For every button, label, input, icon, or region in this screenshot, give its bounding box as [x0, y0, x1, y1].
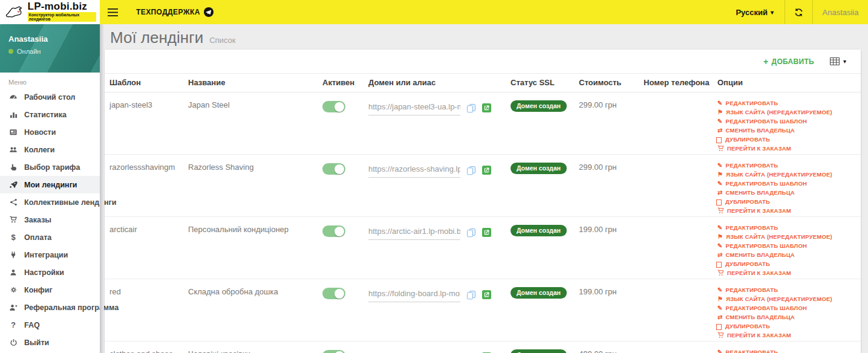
- sidebar-item-logout[interactable]: Выйти: [0, 334, 100, 351]
- open-site-icon[interactable]: [482, 103, 491, 112]
- sidebar-item-my-landings[interactable]: Мои лендинги: [0, 176, 100, 193]
- user-menu[interactable]: Anastasiia: [812, 0, 868, 24]
- option-change-owner-link[interactable]: ⇄СМЕНИТЬ ВЛАДЕЛЬЦА: [717, 314, 856, 320]
- ssl-status-badge: Домен создан: [511, 100, 567, 112]
- cell-domain: https://shoesformen.lp-mobi.biz: [368, 342, 511, 353]
- user-plus-icon: [8, 303, 18, 311]
- sidebar-item-orders[interactable]: Заказы: [0, 211, 100, 228]
- hamburger-menu-button[interactable]: [100, 0, 125, 24]
- sidebar-item-statistics[interactable]: Статистика: [0, 106, 100, 123]
- rocket-icon: [8, 181, 18, 189]
- language-dropdown[interactable]: Русский ▾: [725, 0, 785, 24]
- sidebar: Anastasiia Онлайн Меню Рабочий стол Стат…: [0, 24, 100, 353]
- cell-name: Razorless Shaving: [188, 155, 322, 216]
- online-status-dot: [8, 49, 13, 54]
- domain-input[interactable]: https://folding-board.lp-mobi.biz: [368, 289, 460, 302]
- open-site-icon[interactable]: [482, 228, 491, 237]
- copy-domain-icon[interactable]: [466, 290, 476, 300]
- sidebar-item-faq[interactable]: ? FAQ: [0, 316, 100, 334]
- page-title: Мої лендінги: [110, 29, 203, 46]
- open-site-icon[interactable]: [482, 290, 491, 299]
- sidebar-scrollbar[interactable]: [100, 24, 104, 353]
- option-duplicate-link[interactable]: ДУБЛИРОВАТЬ: [717, 323, 856, 329]
- page-subtitle: Список: [209, 36, 235, 45]
- ssl-status-badge: Домен создан: [511, 349, 567, 353]
- option-go-to-orders-link[interactable]: ПЕРЕЙТИ К ЗАКАЗАМ: [717, 332, 856, 338]
- support-button[interactable]: ТЕХПОДДЕРЖКА: [136, 0, 214, 24]
- cell-options: ✎РЕДАКТИРОВАТЬ ⚑ЯЗЫК САЙТА (НЕРЕДАКТИРУЕ…: [717, 155, 856, 216]
- colleagues-icon: [8, 146, 18, 154]
- sidebar-item-referral[interactable]: Реферальная программа: [0, 299, 100, 316]
- active-toggle[interactable]: [322, 225, 345, 237]
- option-site-language-link[interactable]: ⚑ЯЗЫК САЙТА (НЕРЕДАКТИРУЕМОЕ): [717, 171, 856, 178]
- sidebar-item-integrations[interactable]: Интеграции: [0, 246, 100, 264]
- option-edit-template-link[interactable]: ✎РЕДАКТИРОВАТЬ ШАБЛОН: [717, 242, 856, 249]
- col-options: Опции: [717, 74, 856, 92]
- option-edit-template-link[interactable]: ✎РЕДАКТИРОВАТЬ ШАБЛОН: [717, 305, 856, 311]
- table-view-dropdown[interactable]: ▾: [830, 57, 846, 65]
- menu-section-label: Меню: [0, 73, 100, 88]
- cell-domain: https://folding-board.lp-mobi.biz: [368, 279, 511, 341]
- refresh-button[interactable]: [785, 0, 812, 24]
- option-site-language-link[interactable]: ⚑ЯЗЫК САЙТА (НЕРЕДАКТИРУЕМОЕ): [717, 109, 856, 115]
- copy-domain-icon[interactable]: [466, 103, 476, 113]
- option-edit-template-link[interactable]: ✎РЕДАКТИРОВАТЬ ШАБЛОН: [717, 118, 856, 125]
- news-icon: [8, 128, 18, 136]
- option-edit-template-link[interactable]: ✎РЕДАКТИРОВАТЬ ШАБЛОН: [717, 180, 856, 187]
- support-label: ТЕХПОДДЕРЖКА: [136, 8, 200, 16]
- option-duplicate-link[interactable]: ДУБЛИРОВАТЬ: [717, 198, 856, 205]
- cell-template: clothes and shoes: [109, 342, 188, 353]
- cart-icon: [717, 270, 724, 276]
- sidebar-item-payment[interactable]: $ Оплата: [0, 228, 100, 246]
- copy-domain-icon[interactable]: [466, 228, 476, 238]
- duplicate-icon: [717, 137, 722, 142]
- active-toggle[interactable]: [322, 163, 345, 175]
- chevron-down-icon: ▾: [843, 58, 846, 65]
- exchange-icon: ⇄: [717, 252, 723, 258]
- cell-price: 499.00 грн: [579, 342, 644, 353]
- cell-name: Japan Steel: [188, 92, 322, 154]
- logo[interactable]: LP-mobi.biz Конструктор мобильных лендин…: [0, 0, 100, 24]
- option-change-owner-link[interactable]: ⇄СМЕНИТЬ ВЛАДЕЛЬЦА: [717, 251, 856, 258]
- sidebar-item-dashboard[interactable]: Рабочий стол: [0, 88, 100, 106]
- option-site-language-link[interactable]: ⚑ЯЗЫК САЙТА (НЕРЕДАКТИРУЕМОЕ): [717, 233, 856, 240]
- cell-phone: [644, 92, 717, 154]
- option-duplicate-link[interactable]: ДУБЛИРОВАТЬ: [717, 261, 856, 267]
- option-go-to-orders-link[interactable]: ПЕРЕЙТИ К ЗАКАЗАМ: [717, 270, 856, 276]
- sidebar-item-colleagues[interactable]: Коллеги: [0, 141, 100, 158]
- status-label: Онлайн: [17, 48, 41, 55]
- option-edit-link[interactable]: ✎РЕДАКТИРОВАТЬ: [717, 224, 856, 231]
- option-site-language-link[interactable]: ⚑ЯЗЫК САЙТА (НЕРЕДАКТИРУЕМОЕ): [717, 296, 856, 302]
- dashboard-icon: [8, 93, 18, 102]
- option-edit-link[interactable]: ✎РЕДАКТИРОВАТЬ: [717, 100, 856, 106]
- add-button[interactable]: + ДОБАВИТЬ: [763, 57, 814, 66]
- active-toggle[interactable]: [322, 350, 345, 353]
- option-change-owner-link[interactable]: ⇄СМЕНИТЬ ВЛАДЕЛЬЦА: [717, 127, 856, 134]
- sidebar-item-config[interactable]: Конфиг: [0, 281, 100, 299]
- domain-input[interactable]: https://japan-steel3-ua.lp-mobi.biz: [368, 102, 460, 115]
- edit-icon: ✎: [717, 287, 723, 293]
- option-go-to-orders-link[interactable]: ПЕРЕЙТИ К ЗАКАЗАМ: [717, 145, 856, 152]
- main-content: Мої лендінги Список + ДОБАВИТЬ ▾ Шаблон …: [100, 24, 868, 353]
- sidebar-item-settings[interactable]: Настройки: [0, 264, 100, 281]
- domain-input[interactable]: https://razorless-shaving.lp-mobi.biz: [368, 164, 460, 178]
- sidebar-item-collective-landings[interactable]: Коллективные лендинги: [0, 193, 100, 211]
- option-change-owner-link[interactable]: ⇄СМЕНИТЬ ВЛАДЕЛЬЦА: [717, 189, 856, 196]
- option-edit-link[interactable]: ✎РЕДАКТИРОВАТЬ: [717, 349, 856, 353]
- active-toggle[interactable]: [322, 288, 345, 299]
- cell-options: ✎РЕДАКТИРОВАТЬ ⚑ЯЗЫК САЙТА (НЕРЕДАКТИРУЕ…: [717, 342, 856, 353]
- option-duplicate-link[interactable]: ДУБЛИРОВАТЬ: [717, 136, 856, 143]
- table-row: razorlessshavingm Razorless Shaving http…: [105, 155, 861, 217]
- cell-name: Чоловічі кросівки: [188, 342, 322, 353]
- sidebar-item-tariff[interactable]: Выбор тарифа: [0, 158, 100, 176]
- sidebar-item-news[interactable]: Новости: [0, 123, 100, 141]
- option-edit-link[interactable]: ✎РЕДАКТИРОВАТЬ: [717, 162, 856, 169]
- dollar-icon: $: [8, 233, 18, 242]
- option-edit-link[interactable]: ✎РЕДАКТИРОВАТЬ: [717, 287, 856, 293]
- copy-domain-icon[interactable]: [466, 166, 476, 175]
- cell-ssl: Домен создан: [511, 279, 579, 341]
- option-go-to-orders-link[interactable]: ПЕРЕЙТИ К ЗАКАЗАМ: [717, 207, 856, 214]
- active-toggle[interactable]: [322, 101, 345, 112]
- domain-input[interactable]: https://arctic-air1.lp-mobi.biz: [368, 227, 460, 240]
- open-site-icon[interactable]: [482, 166, 491, 175]
